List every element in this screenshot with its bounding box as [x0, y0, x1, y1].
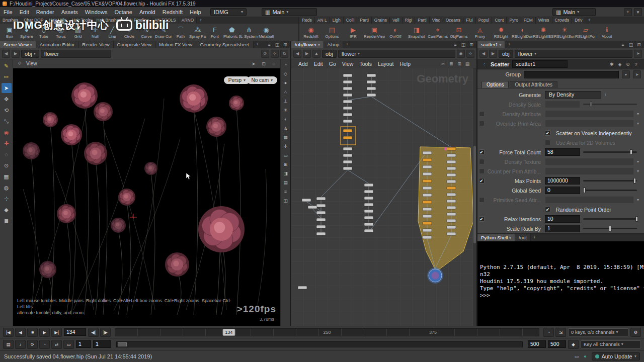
keyframe-icon[interactable]: ◆: [2, 205, 12, 215]
network-node[interactable]: [302, 199, 311, 202]
checkbox[interactable]: ✔: [479, 178, 485, 184]
link-icon[interactable]: ⧉: [280, 50, 288, 58]
edit-mode-icon[interactable]: ✎: [2, 61, 12, 71]
pin-icon[interactable]: ⊹: [466, 50, 474, 58]
network-node[interactable]: [447, 160, 456, 163]
new-pane-tab-button[interactable]: +: [254, 41, 261, 48]
desktop-selector-right[interactable]: ▥ Main ▾: [552, 8, 596, 16]
checkbox[interactable]: [479, 168, 485, 174]
breadcrumb-current[interactable]: flower▾: [515, 50, 632, 58]
play-forward-icon[interactable]: ▶: [39, 328, 50, 337]
shelf-tab[interactable]: Driv: [572, 17, 585, 24]
network-node[interactable]: [343, 74, 352, 77]
network-node[interactable]: [343, 107, 352, 110]
compare-icon[interactable]: ◈: [616, 61, 623, 67]
view-state-icon[interactable]: ⟐: [16, 61, 23, 67]
jump-end-icon[interactable]: ▶|: [51, 328, 62, 337]
shelf-tool[interactable]: ⊡ ObjParms: [448, 26, 469, 39]
checkbox[interactable]: ✔: [545, 207, 550, 212]
pane-menu-icon[interactable]: ≡: [619, 42, 626, 48]
shelf-tab[interactable]: Hair Tools: [69, 17, 94, 24]
audio-icon[interactable]: ♪: [15, 340, 26, 349]
display-points-icon[interactable]: ∴: [282, 88, 290, 96]
shading-mode-icon[interactable]: ◔: [282, 61, 290, 69]
shelf-tab[interactable]: FEM: [521, 17, 536, 24]
shelf-tab[interactable]: Brushes: [0, 17, 21, 24]
network-node[interactable]: [447, 226, 456, 229]
network-node[interactable]: [316, 197, 326, 200]
shelf-tab[interactable]: ARNO: [179, 17, 197, 24]
tool-list-icon[interactable]: ≣: [2, 216, 12, 226]
shelf-tool[interactable]: ⬟ Platonic Solids: [223, 26, 240, 39]
shelf-tool[interactable]: ▤ Options: [321, 26, 343, 39]
snap-points-icon[interactable]: ⊙: [2, 160, 12, 170]
step-forward-icon[interactable]: |▶: [100, 328, 111, 337]
network-node[interactable]: [423, 179, 432, 183]
network-node[interactable]: [423, 201, 432, 204]
update-mode-selector[interactable]: Auto Update ▾: [592, 352, 640, 360]
breadcrumb-root[interactable]: obj▾: [21, 50, 39, 58]
network-node[interactable]: [364, 229, 373, 232]
shelf-tab[interactable]: Ligh: [330, 17, 344, 24]
back-icon[interactable]: ◀: [293, 50, 301, 58]
param-field[interactable]: [545, 110, 634, 118]
checkbox[interactable]: ✔: [545, 130, 550, 136]
up-icon[interactable]: ▲: [312, 50, 320, 58]
network-node[interactable]: [298, 286, 307, 289]
pane-tab[interactable]: /out: [515, 234, 531, 241]
realtime-icon[interactable]: ◔: [39, 340, 50, 349]
menu-item[interactable]: Layout: [375, 59, 397, 68]
key-icon[interactable]: ◆: [568, 340, 579, 349]
chevron-down-icon[interactable]: ▾: [634, 8, 642, 16]
shelf-tab[interactable]: AN TOOLS: [152, 17, 179, 24]
shelf-tool[interactable]: ╱ Line: [104, 26, 121, 39]
group-field[interactable]: [524, 71, 619, 78]
forward-icon[interactable]: ▶: [303, 50, 311, 58]
sculpt-tool-icon[interactable]: ✚: [2, 138, 12, 148]
no-cam-selector[interactable]: No cam▾: [247, 76, 277, 84]
presets-icon[interactable]: ✱: [608, 61, 615, 67]
shelf-tool[interactable]: ✛ Null: [87, 26, 104, 39]
network-node[interactable]: [447, 173, 456, 176]
shelf-tool[interactable]: ⁂ Spray Paint: [189, 26, 206, 39]
breadcrumb-current[interactable]: flower▾: [338, 50, 455, 58]
netview-display-icon[interactable]: ▤: [464, 61, 471, 67]
shelf-tab[interactable]: Reds: [299, 17, 315, 24]
shelf-tool[interactable]: ○ Circle: [121, 26, 138, 39]
range-slider-handle[interactable]: [118, 342, 127, 346]
network-node[interactable]: [423, 194, 432, 197]
network-node[interactable]: [447, 213, 456, 216]
box-select-icon[interactable]: ⊡: [260, 61, 267, 67]
menu-item[interactable]: Octane: [111, 7, 135, 17]
shelf-tool[interactable]: ▱ RSLightPortal: [575, 26, 596, 39]
tab-node-params[interactable]: scatter1 ▾: [477, 41, 505, 48]
shelf-tab[interactable]: Vell: [390, 17, 403, 24]
param-slider[interactable]: [583, 104, 637, 105]
shelf-tab[interactable]: AN Pipeline: [124, 17, 152, 24]
flipbook-icon[interactable]: ▤: [282, 178, 290, 187]
tab-options[interactable]: Options: [481, 81, 509, 88]
shelf-tab[interactable]: Char DOP: [21, 17, 46, 24]
param-slider[interactable]: [583, 151, 637, 153]
param-field[interactable]: 58: [545, 148, 580, 156]
shelf-tab[interactable]: Hair Utils: [46, 17, 69, 24]
pin-icon[interactable]: ⊹: [271, 50, 279, 58]
range-end-sub-field[interactable]: 500: [548, 340, 566, 348]
keys-summary-box[interactable]: 0 keys, 0/0 channels▾: [568, 328, 628, 336]
range-limit-icon[interactable]: ▤: [3, 340, 14, 349]
shelfset-selector[interactable]: IDMG ▾: [210, 8, 247, 16]
new-shelf-tab-button[interactable]: +: [197, 17, 204, 24]
parameter-tab[interactable]: Output Attributes: [510, 81, 557, 88]
pane-tab[interactable]: Composite View: [114, 41, 155, 48]
shelf-tool[interactable]: ⬯ Tube: [35, 26, 52, 39]
param-slider[interactable]: [583, 218, 637, 220]
shelf-tool[interactable]: ▣ RenderView: [364, 26, 385, 39]
timeline-ruler[interactable]: 250375134: [115, 328, 539, 336]
node-name-field[interactable]: scatter1: [512, 60, 568, 68]
python-shell-output[interactable]: Python 2.7.15 (default, Apr 8 2019, 15:3…: [477, 241, 644, 326]
pane-menu-icon[interactable]: ≡: [266, 42, 273, 48]
shelf-tab[interactable]: Popul: [476, 17, 493, 24]
shelf-tab[interactable]: Wires: [536, 17, 552, 24]
pane-split-icon[interactable]: ◫: [460, 42, 467, 48]
param-field[interactable]: 1000000: [545, 177, 580, 185]
